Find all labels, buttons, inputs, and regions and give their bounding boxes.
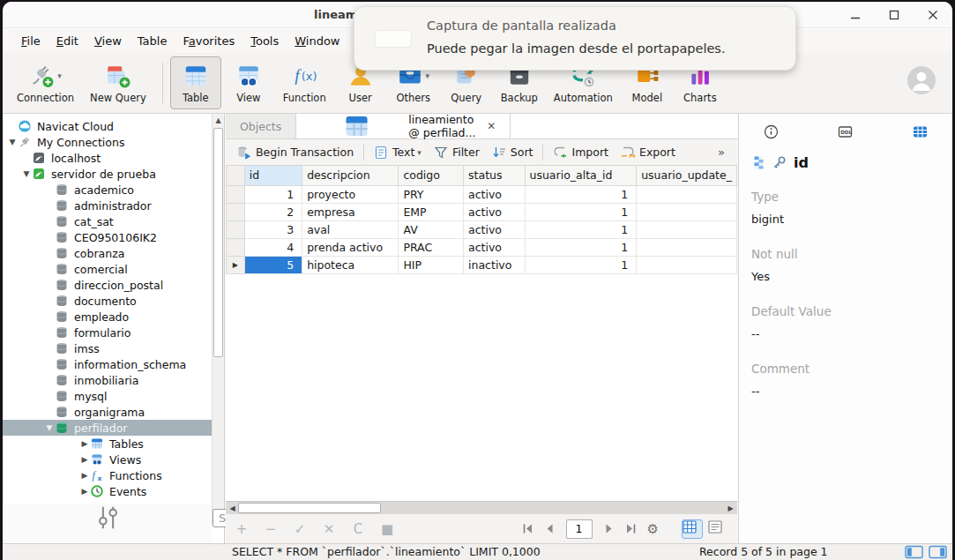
grid-cell[interactable]: proyecto: [302, 185, 399, 203]
menu-table[interactable]: Table: [130, 31, 175, 51]
column-header-status[interactable]: status: [464, 166, 525, 185]
grid-cell[interactable]: activo: [464, 238, 525, 256]
tree-item-organigrama[interactable]: organigrama: [3, 404, 212, 420]
grid-cell[interactable]: 4: [244, 238, 302, 256]
next-page-icon[interactable]: [603, 523, 615, 534]
column-header-usuario_alta_id[interactable]: usuario_alta_id: [525, 166, 637, 185]
tree-item-perfilador[interactable]: ▼perfilador: [3, 420, 212, 436]
grid-cell[interactable]: 1: [525, 203, 637, 220]
tab-objects[interactable]: Objects: [226, 114, 296, 138]
toggle-right-panel-icon[interactable]: [929, 545, 947, 559]
grid-cell[interactable]: 1: [244, 185, 302, 203]
close-tab-icon[interactable]: ✕: [487, 120, 496, 132]
grid-cell[interactable]: HIP: [399, 256, 464, 273]
grid-cell[interactable]: hipoteca: [302, 256, 399, 273]
grid-cell[interactable]: inactivo: [464, 256, 525, 273]
text-button[interactable]: Text▾: [368, 143, 428, 162]
column-header-usuario_update_[interactable]: usuario_update_: [637, 166, 737, 185]
grid-cell[interactable]: activo: [464, 203, 525, 220]
begin-transaction-button[interactable]: Begin Transaction: [231, 143, 360, 162]
grid-cell[interactable]: PRAC: [399, 238, 464, 256]
column-header-id[interactable]: id: [244, 166, 302, 185]
menu-file[interactable]: File: [13, 31, 48, 51]
scrollbar-thumb[interactable]: [213, 128, 223, 357]
tree-item-queries[interactable]: ▶Queries: [3, 499, 212, 501]
tree-item-ceo950106ik2[interactable]: CEO950106IK2: [3, 229, 212, 245]
grid-cell[interactable]: 1: [525, 185, 637, 203]
row-selector[interactable]: ▶: [227, 256, 245, 273]
toggle-left-panel-icon[interactable]: [905, 545, 923, 559]
tree-item-navicat-cloud[interactable]: Navicat Cloud: [3, 118, 212, 134]
column-header-codigo[interactable]: codigo: [399, 166, 464, 185]
tree-item-empleado[interactable]: empleado: [3, 309, 212, 325]
add-record-icon[interactable]: +: [235, 521, 249, 537]
form-view-button[interactable]: [707, 519, 728, 539]
import-button[interactable]: Import: [547, 143, 615, 162]
grid-cell[interactable]: [637, 256, 737, 273]
apply-changes-icon[interactable]: ✓: [293, 521, 307, 537]
tree-item-cobranza[interactable]: cobranza: [3, 245, 212, 261]
menu-tools[interactable]: Tools: [242, 31, 287, 51]
settings-gear-icon[interactable]: ⚙: [647, 521, 659, 537]
search-filter-icon[interactable]: [8, 504, 208, 531]
tree-item-documento[interactable]: documento: [3, 293, 212, 309]
grid-cell[interactable]: [637, 203, 737, 220]
new-query-button[interactable]: New Query: [83, 56, 153, 109]
last-page-icon[interactable]: [625, 523, 637, 534]
close-icon[interactable]: [926, 8, 940, 22]
tree-item-imss[interactable]: imss: [3, 340, 212, 356]
stop-icon[interactable]: ■: [380, 521, 394, 537]
connection-button[interactable]: ▾Connection: [10, 56, 81, 109]
delete-record-icon[interactable]: −: [264, 521, 278, 537]
grid-cell[interactable]: activo: [464, 220, 525, 238]
grid-cell[interactable]: aval: [302, 220, 399, 238]
tree-item-localhost[interactable]: localhost: [3, 150, 212, 166]
menu-window[interactable]: Window: [287, 31, 347, 51]
page-number-input[interactable]: [566, 519, 593, 539]
grid-cell[interactable]: 1: [525, 256, 637, 273]
minimize-icon[interactable]: [848, 8, 862, 22]
tree-item-academico[interactable]: academico: [3, 182, 212, 198]
chevron-expanded-icon[interactable]: ▼: [6, 138, 19, 146]
ddl-icon[interactable]: DDL: [813, 124, 877, 139]
chevron-expanded-icon[interactable]: ▼: [20, 169, 33, 178]
scrollbar-thumb[interactable]: [238, 503, 381, 513]
toolbar-overflow-icon[interactable]: »: [718, 146, 732, 159]
grid-cell[interactable]: 1: [525, 220, 637, 238]
tree-item-my-connections[interactable]: ▼My Connections: [3, 134, 212, 150]
tree-item-comercial[interactable]: comercial: [3, 261, 212, 277]
menu-edit[interactable]: Edit: [48, 31, 86, 51]
tree-item-functions[interactable]: ▶fxFunctions: [3, 467, 212, 483]
row-selector[interactable]: [227, 220, 245, 238]
table-button[interactable]: Table: [170, 56, 221, 109]
first-page-icon[interactable]: [522, 523, 533, 534]
scroll-left-icon[interactable]: ◀: [227, 503, 238, 514]
grid-cell[interactable]: 2: [244, 203, 302, 220]
tree-item-mysql[interactable]: mysql: [3, 388, 212, 404]
previous-page-icon[interactable]: [544, 523, 556, 534]
function-button[interactable]: f(x)Function: [276, 56, 333, 109]
tab-lineamiento[interactable]: lineamiento @ perfilad... ✕: [296, 114, 511, 138]
grid-cell[interactable]: PRY: [399, 185, 464, 203]
grid-cell[interactable]: 1: [525, 238, 637, 256]
chevron-collapsed-icon[interactable]: ▶: [78, 487, 91, 496]
chevron-down-icon[interactable]: ▾: [417, 148, 422, 157]
grid-cell[interactable]: 3: [244, 220, 302, 238]
chevron-collapsed-icon[interactable]: ▶: [78, 439, 91, 448]
row-selector[interactable]: [227, 203, 245, 220]
menu-favorites[interactable]: Favorites: [175, 31, 242, 51]
grid-cell[interactable]: empresa: [302, 203, 399, 220]
grid-corner-cell[interactable]: [227, 166, 245, 185]
chevron-collapsed-icon[interactable]: ▶: [78, 471, 91, 480]
export-button[interactable]: Export: [615, 143, 682, 162]
tree-item-information-schema[interactable]: information_schema: [3, 356, 212, 372]
tree-item-direccion-postal[interactable]: direccion_postal: [3, 277, 212, 293]
scroll-right-icon[interactable]: ▶: [725, 503, 736, 514]
row-selector[interactable]: [227, 238, 245, 256]
discard-changes-icon[interactable]: ✕: [322, 521, 336, 537]
grid-cell[interactable]: [637, 238, 737, 256]
tree-item-tables[interactable]: ▶Tables: [3, 436, 212, 452]
grid-cell[interactable]: prenda activo: [302, 238, 399, 256]
tree-item-servidor-de-prueba[interactable]: ▼servidor de prueba: [3, 166, 212, 182]
grid-cell[interactable]: AV: [399, 220, 464, 238]
